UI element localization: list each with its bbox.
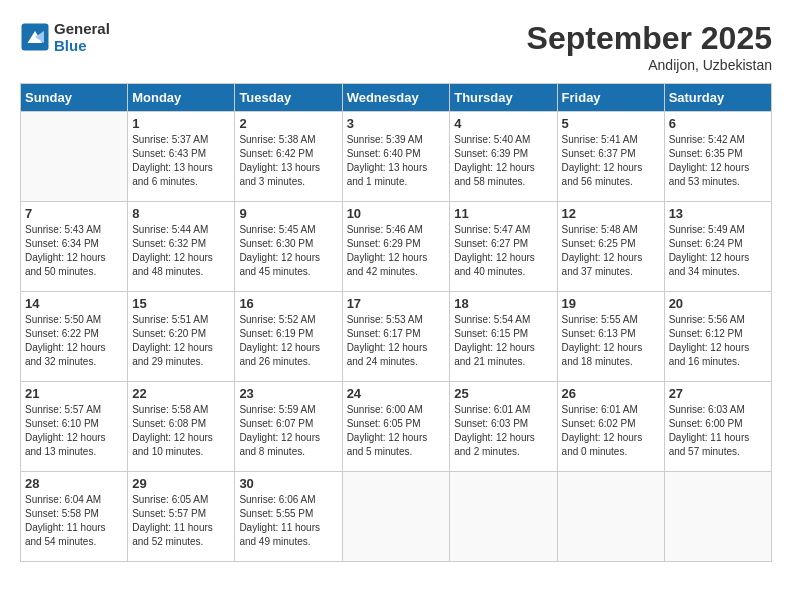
day-number: 26 xyxy=(562,386,660,401)
week-row-2: 14Sunrise: 5:50 AM Sunset: 6:22 PM Dayli… xyxy=(21,292,772,382)
calendar-cell: 12Sunrise: 5:48 AM Sunset: 6:25 PM Dayli… xyxy=(557,202,664,292)
calendar-cell: 2Sunrise: 5:38 AM Sunset: 6:42 PM Daylig… xyxy=(235,112,342,202)
weekday-header-wednesday: Wednesday xyxy=(342,84,450,112)
calendar-cell: 24Sunrise: 6:00 AM Sunset: 6:05 PM Dayli… xyxy=(342,382,450,472)
day-info: Sunrise: 5:37 AM Sunset: 6:43 PM Dayligh… xyxy=(132,133,230,189)
day-info: Sunrise: 5:44 AM Sunset: 6:32 PM Dayligh… xyxy=(132,223,230,279)
calendar-cell: 18Sunrise: 5:54 AM Sunset: 6:15 PM Dayli… xyxy=(450,292,557,382)
day-number: 19 xyxy=(562,296,660,311)
calendar-cell: 1Sunrise: 5:37 AM Sunset: 6:43 PM Daylig… xyxy=(128,112,235,202)
day-number: 24 xyxy=(347,386,446,401)
day-info: Sunrise: 5:49 AM Sunset: 6:24 PM Dayligh… xyxy=(669,223,767,279)
day-info: Sunrise: 6:01 AM Sunset: 6:02 PM Dayligh… xyxy=(562,403,660,459)
weekday-header-thursday: Thursday xyxy=(450,84,557,112)
page-header: General Blue September 2025 Andijon, Uzb… xyxy=(20,20,772,73)
location: Andijon, Uzbekistan xyxy=(527,57,772,73)
day-info: Sunrise: 5:39 AM Sunset: 6:40 PM Dayligh… xyxy=(347,133,446,189)
title-block: September 2025 Andijon, Uzbekistan xyxy=(527,20,772,73)
day-number: 11 xyxy=(454,206,552,221)
calendar-cell: 13Sunrise: 5:49 AM Sunset: 6:24 PM Dayli… xyxy=(664,202,771,292)
calendar-cell: 4Sunrise: 5:40 AM Sunset: 6:39 PM Daylig… xyxy=(450,112,557,202)
calendar-cell: 19Sunrise: 5:55 AM Sunset: 6:13 PM Dayli… xyxy=(557,292,664,382)
day-info: Sunrise: 5:54 AM Sunset: 6:15 PM Dayligh… xyxy=(454,313,552,369)
calendar-cell: 14Sunrise: 5:50 AM Sunset: 6:22 PM Dayli… xyxy=(21,292,128,382)
calendar-cell: 28Sunrise: 6:04 AM Sunset: 5:58 PM Dayli… xyxy=(21,472,128,562)
weekday-header-sunday: Sunday xyxy=(21,84,128,112)
day-number: 25 xyxy=(454,386,552,401)
logo: General Blue xyxy=(20,20,110,54)
weekday-header-friday: Friday xyxy=(557,84,664,112)
day-number: 30 xyxy=(239,476,337,491)
day-number: 18 xyxy=(454,296,552,311)
calendar-cell: 16Sunrise: 5:52 AM Sunset: 6:19 PM Dayli… xyxy=(235,292,342,382)
calendar-cell xyxy=(450,472,557,562)
day-info: Sunrise: 6:04 AM Sunset: 5:58 PM Dayligh… xyxy=(25,493,123,549)
day-info: Sunrise: 5:59 AM Sunset: 6:07 PM Dayligh… xyxy=(239,403,337,459)
day-info: Sunrise: 6:01 AM Sunset: 6:03 PM Dayligh… xyxy=(454,403,552,459)
calendar-cell: 23Sunrise: 5:59 AM Sunset: 6:07 PM Dayli… xyxy=(235,382,342,472)
day-info: Sunrise: 6:00 AM Sunset: 6:05 PM Dayligh… xyxy=(347,403,446,459)
week-row-1: 7Sunrise: 5:43 AM Sunset: 6:34 PM Daylig… xyxy=(21,202,772,292)
day-info: Sunrise: 5:43 AM Sunset: 6:34 PM Dayligh… xyxy=(25,223,123,279)
logo-text: General Blue xyxy=(54,20,110,54)
day-number: 9 xyxy=(239,206,337,221)
day-info: Sunrise: 5:55 AM Sunset: 6:13 PM Dayligh… xyxy=(562,313,660,369)
day-number: 5 xyxy=(562,116,660,131)
day-info: Sunrise: 5:53 AM Sunset: 6:17 PM Dayligh… xyxy=(347,313,446,369)
day-number: 14 xyxy=(25,296,123,311)
calendar-cell: 15Sunrise: 5:51 AM Sunset: 6:20 PM Dayli… xyxy=(128,292,235,382)
calendar-cell xyxy=(664,472,771,562)
day-number: 2 xyxy=(239,116,337,131)
calendar-cell: 21Sunrise: 5:57 AM Sunset: 6:10 PM Dayli… xyxy=(21,382,128,472)
day-info: Sunrise: 5:45 AM Sunset: 6:30 PM Dayligh… xyxy=(239,223,337,279)
day-number: 3 xyxy=(347,116,446,131)
calendar-cell: 9Sunrise: 5:45 AM Sunset: 6:30 PM Daylig… xyxy=(235,202,342,292)
calendar-cell: 5Sunrise: 5:41 AM Sunset: 6:37 PM Daylig… xyxy=(557,112,664,202)
weekday-header-tuesday: Tuesday xyxy=(235,84,342,112)
day-info: Sunrise: 6:03 AM Sunset: 6:00 PM Dayligh… xyxy=(669,403,767,459)
calendar-cell xyxy=(342,472,450,562)
day-info: Sunrise: 6:06 AM Sunset: 5:55 PM Dayligh… xyxy=(239,493,337,549)
day-number: 23 xyxy=(239,386,337,401)
logo-icon xyxy=(20,22,50,52)
calendar-cell: 10Sunrise: 5:46 AM Sunset: 6:29 PM Dayli… xyxy=(342,202,450,292)
calendar-cell: 20Sunrise: 5:56 AM Sunset: 6:12 PM Dayli… xyxy=(664,292,771,382)
calendar-cell xyxy=(21,112,128,202)
calendar-cell xyxy=(557,472,664,562)
day-info: Sunrise: 5:52 AM Sunset: 6:19 PM Dayligh… xyxy=(239,313,337,369)
weekday-header-saturday: Saturday xyxy=(664,84,771,112)
day-number: 27 xyxy=(669,386,767,401)
calendar-cell: 29Sunrise: 6:05 AM Sunset: 5:57 PM Dayli… xyxy=(128,472,235,562)
calendar-cell: 30Sunrise: 6:06 AM Sunset: 5:55 PM Dayli… xyxy=(235,472,342,562)
calendar-cell: 7Sunrise: 5:43 AM Sunset: 6:34 PM Daylig… xyxy=(21,202,128,292)
day-number: 16 xyxy=(239,296,337,311)
day-number: 21 xyxy=(25,386,123,401)
day-info: Sunrise: 6:05 AM Sunset: 5:57 PM Dayligh… xyxy=(132,493,230,549)
day-number: 22 xyxy=(132,386,230,401)
day-info: Sunrise: 5:58 AM Sunset: 6:08 PM Dayligh… xyxy=(132,403,230,459)
calendar-cell: 25Sunrise: 6:01 AM Sunset: 6:03 PM Dayli… xyxy=(450,382,557,472)
day-info: Sunrise: 5:42 AM Sunset: 6:35 PM Dayligh… xyxy=(669,133,767,189)
calendar-cell: 26Sunrise: 6:01 AM Sunset: 6:02 PM Dayli… xyxy=(557,382,664,472)
day-info: Sunrise: 5:48 AM Sunset: 6:25 PM Dayligh… xyxy=(562,223,660,279)
calendar-cell: 22Sunrise: 5:58 AM Sunset: 6:08 PM Dayli… xyxy=(128,382,235,472)
calendar-cell: 3Sunrise: 5:39 AM Sunset: 6:40 PM Daylig… xyxy=(342,112,450,202)
day-info: Sunrise: 5:40 AM Sunset: 6:39 PM Dayligh… xyxy=(454,133,552,189)
day-number: 29 xyxy=(132,476,230,491)
day-info: Sunrise: 5:38 AM Sunset: 6:42 PM Dayligh… xyxy=(239,133,337,189)
day-info: Sunrise: 5:57 AM Sunset: 6:10 PM Dayligh… xyxy=(25,403,123,459)
day-number: 10 xyxy=(347,206,446,221)
month-title: September 2025 xyxy=(527,20,772,57)
day-info: Sunrise: 5:50 AM Sunset: 6:22 PM Dayligh… xyxy=(25,313,123,369)
day-number: 28 xyxy=(25,476,123,491)
day-number: 7 xyxy=(25,206,123,221)
day-info: Sunrise: 5:56 AM Sunset: 6:12 PM Dayligh… xyxy=(669,313,767,369)
weekday-header-monday: Monday xyxy=(128,84,235,112)
day-number: 6 xyxy=(669,116,767,131)
day-number: 1 xyxy=(132,116,230,131)
calendar-cell: 8Sunrise: 5:44 AM Sunset: 6:32 PM Daylig… xyxy=(128,202,235,292)
week-row-4: 28Sunrise: 6:04 AM Sunset: 5:58 PM Dayli… xyxy=(21,472,772,562)
calendar-body: 1Sunrise: 5:37 AM Sunset: 6:43 PM Daylig… xyxy=(21,112,772,562)
day-info: Sunrise: 5:51 AM Sunset: 6:20 PM Dayligh… xyxy=(132,313,230,369)
day-info: Sunrise: 5:47 AM Sunset: 6:27 PM Dayligh… xyxy=(454,223,552,279)
